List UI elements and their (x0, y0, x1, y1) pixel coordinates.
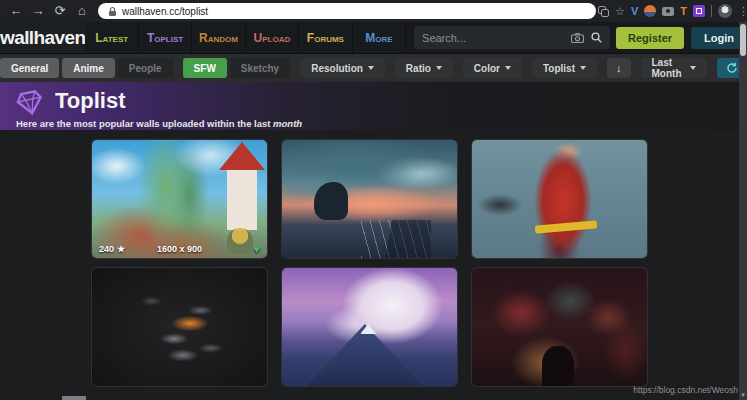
chevron-down-icon (368, 66, 374, 70)
browser-toolbar: ← → ⟳ ⌂ wallhaven.cc/toplist ☆ V T ⋮ (0, 0, 747, 22)
toplist-header: Toplist Here are the most popular walls … (0, 82, 747, 130)
filter-sfw[interactable]: SFW (183, 58, 227, 78)
search-icon[interactable] (591, 32, 602, 43)
wallpaper-grid: 240 ★ 1600 x 900 ♥ (92, 140, 647, 386)
sitting-person-silhouette (314, 182, 348, 220)
purity-group: SFW Sketchy (183, 58, 291, 78)
extension-monkey-icon[interactable]: T (680, 5, 687, 17)
browser-window: ← → ⟳ ⌂ wallhaven.cc/toplist ☆ V T ⋮ wal… (0, 0, 747, 400)
toplist-dropdown[interactable]: Toplist (532, 58, 597, 78)
toplist-label: Toplist (543, 63, 575, 74)
camera-search-icon[interactable] (571, 33, 584, 43)
filter-sketchy[interactable]: Sketchy (230, 58, 290, 78)
sort-direction-button[interactable]: ↓ (607, 58, 631, 78)
watermark-url: https://blog.csdn.net/Weosh (633, 385, 738, 395)
kebab-menu-icon[interactable]: ⋮ (738, 4, 747, 18)
lock-icon (108, 6, 117, 17)
nav-item-upload[interactable]: Upload (246, 22, 299, 53)
wallpaper-thumb-sunset-rooftop[interactable] (282, 140, 457, 258)
address-bar[interactable]: wallhaven.cc/toplist (98, 3, 596, 19)
range-label: Last Month (652, 57, 686, 79)
bottom-scroll-fragment (62, 396, 86, 400)
translate-icon[interactable] (598, 6, 609, 17)
chevron-down-icon (690, 66, 696, 70)
refresh-icon (726, 62, 738, 74)
reload-icon[interactable]: ⟳ (50, 2, 70, 20)
url-text: wallhaven.cc/toplist (122, 6, 208, 17)
ratio-dropdown[interactable]: Ratio (395, 58, 453, 78)
down-arrow-icon: ↓ (616, 62, 622, 74)
back-icon[interactable]: ← (6, 2, 26, 20)
nav-item-more[interactable]: More (353, 22, 406, 53)
gem-icon (13, 86, 46, 119)
scrollbar-thumb[interactable] (740, 24, 746, 56)
range-dropdown[interactable]: Last Month (641, 58, 708, 78)
color-dropdown[interactable]: Color (463, 58, 522, 78)
wallhaven-logo[interactable]: wallhaven (0, 22, 85, 53)
page-subtitle: Here are the most popular walls uploaded… (16, 118, 302, 129)
register-button[interactable]: Register (616, 27, 684, 49)
resolution-label: 1600 x 900 (92, 244, 267, 254)
extension-vimium-icon[interactable]: V (631, 5, 638, 17)
profile-avatar[interactable] (718, 4, 732, 18)
chevron-down-icon (505, 66, 511, 70)
extension-purple-icon[interactable] (693, 5, 705, 17)
chevron-down-icon (580, 66, 586, 70)
sunset-rooftop-image (282, 140, 457, 258)
red-roof-tower (227, 168, 257, 230)
site-navbar: wallhaven Latest Toplist Random Upload F… (0, 22, 747, 54)
filter-bar: General Anime People SFW Sketchy Resolut… (0, 54, 747, 82)
koi-fish-image (92, 268, 267, 386)
purple-mountain-image (282, 268, 457, 386)
red-suit-heroine-image (472, 140, 647, 258)
nav-item-latest[interactable]: Latest (85, 22, 138, 53)
category-group: General Anime People (0, 58, 173, 78)
page-scrollbar[interactable]: ▾ (739, 22, 747, 400)
yellow-belt (535, 220, 597, 233)
home-icon[interactable]: ⌂ (72, 2, 92, 20)
subtitle-text: Here are the most popular walls uploaded… (16, 118, 270, 129)
page-title: Toplist (55, 88, 125, 114)
extension-camera-icon[interactable] (662, 7, 674, 16)
wallpaper-thumb-crimson-painting[interactable] (472, 268, 647, 386)
railway-lines (361, 220, 431, 258)
nav-item-random[interactable]: Random (192, 22, 245, 53)
nav-item-forums[interactable]: Forums (299, 22, 352, 53)
chrome-actions: ☆ V T ⋮ (598, 4, 747, 18)
search-box (414, 26, 610, 49)
wallpaper-thumb-fantasy-city[interactable]: 240 ★ 1600 x 900 ♥ (92, 140, 267, 258)
forward-icon[interactable]: → (28, 2, 48, 20)
subtitle-emphasis: month (273, 118, 302, 129)
filter-general[interactable]: General (0, 58, 59, 78)
extension-face-icon[interactable] (644, 5, 656, 17)
bookmark-star-icon[interactable]: ☆ (615, 4, 625, 18)
resolution-dropdown[interactable]: Resolution (300, 58, 385, 78)
filter-people[interactable]: People (118, 58, 173, 78)
wallpaper-thumb-koi-fish[interactable] (92, 268, 267, 386)
wallpaper-thumb-red-heroine[interactable] (472, 140, 647, 258)
nav-item-toplist[interactable]: Toplist (139, 22, 192, 53)
scrollbar-down-arrow[interactable]: ▾ (739, 391, 747, 399)
seated-figure-silhouette (542, 346, 574, 386)
filter-anime[interactable]: Anime (62, 58, 115, 78)
search-input[interactable] (422, 32, 564, 44)
crimson-screen-painting-image (472, 268, 647, 386)
color-label: Color (474, 63, 500, 74)
ratio-label: Ratio (406, 63, 431, 74)
divider (711, 5, 712, 17)
wallpaper-thumb-purple-mountain[interactable] (282, 268, 457, 386)
chevron-down-icon (436, 66, 442, 70)
thumb-info-overlay: 240 ★ 1600 x 900 ♥ (92, 240, 267, 258)
resolution-label: Resolution (311, 63, 363, 74)
